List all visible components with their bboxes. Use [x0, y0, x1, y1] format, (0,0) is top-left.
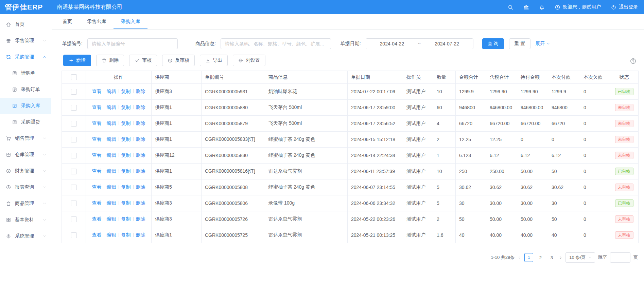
row-action-编辑[interactable]: 编辑 [107, 216, 116, 222]
row-action-编辑[interactable]: 编辑 [107, 136, 116, 142]
audit-button[interactable]: 审核 [129, 55, 157, 66]
row-action-编辑[interactable]: 编辑 [107, 120, 116, 126]
sidebar-item-warehouse[interactable]: 仓库管理 [0, 147, 51, 163]
product-info-input[interactable] [221, 38, 331, 49]
row-action-查看[interactable]: 查看 [92, 120, 102, 126]
row-action-删除[interactable]: 删除 [136, 216, 145, 222]
check-icon [135, 58, 140, 63]
sidebar-item-basic-data[interactable]: 基本资料 [0, 212, 51, 228]
tab-purchase-inbound[interactable]: 采购入库 [114, 14, 147, 29]
bell-icon[interactable] [539, 4, 545, 10]
sidebar-item-sales[interactable]: 销售管理 [0, 130, 51, 147]
row-action-编辑[interactable]: 编辑 [107, 168, 116, 174]
order-no-input[interactable] [87, 38, 178, 49]
select-all-checkbox[interactable] [71, 74, 77, 80]
user-menu[interactable]: 欢迎您，测试用户 [555, 4, 601, 10]
row-action-复制[interactable]: 复制 [121, 200, 131, 206]
row-action-复制[interactable]: 复制 [121, 104, 131, 110]
row-checkbox[interactable] [71, 232, 77, 238]
page-number-2[interactable]: 2 [536, 255, 544, 260]
row-checkbox[interactable] [71, 105, 77, 111]
date-range-picker[interactable]: 2024-04-22 ~ 2024-07-22 [366, 38, 473, 49]
logout-button[interactable]: 退出登录 [611, 4, 638, 10]
add-button[interactable]: 新增 [63, 55, 91, 66]
row-checkbox[interactable] [71, 169, 77, 174]
row-action-查看[interactable]: 查看 [92, 136, 102, 142]
page-size-select[interactable]: 10 条/页 [565, 252, 595, 263]
sidebar-item-purchase-order[interactable]: 采购订单 [0, 81, 51, 98]
prev-page-button[interactable] [518, 256, 521, 260]
row-action-查看[interactable]: 查看 [92, 232, 102, 237]
sidebar-item-home[interactable]: 首页 [0, 16, 51, 33]
column-settings-button[interactable]: 列设置 [233, 55, 265, 66]
row-action-编辑[interactable]: 编辑 [107, 200, 116, 206]
row-checkbox[interactable] [71, 89, 77, 95]
row-action-编辑[interactable]: 编辑 [107, 152, 116, 158]
row-action-删除[interactable]: 删除 [136, 232, 145, 237]
row-checkbox[interactable] [71, 153, 77, 158]
sidebar-item-purchase-inbound[interactable]: 采购入库 [0, 98, 51, 114]
tab-retail-outbound[interactable]: 零售出库 [80, 14, 114, 29]
row-action-删除[interactable]: 删除 [136, 120, 145, 126]
row-action-查看[interactable]: 查看 [92, 152, 102, 158]
row-checkbox[interactable] [71, 137, 77, 142]
row-action-复制[interactable]: 复制 [121, 136, 131, 142]
row-action-复制[interactable]: 复制 [121, 184, 131, 190]
search-button[interactable]: 查 询 [482, 38, 504, 49]
date-to[interactable]: 2024-07-22 [421, 41, 473, 46]
row-action-查看[interactable]: 查看 [92, 184, 102, 190]
row-action-编辑[interactable]: 编辑 [107, 232, 116, 237]
cell-paid: 946800 [548, 100, 580, 116]
date-from[interactable]: 2024-04-22 [366, 41, 418, 46]
row-action-删除[interactable]: 删除 [136, 184, 145, 190]
sidebar-item-products[interactable]: 商品管理 [0, 195, 51, 212]
reset-button[interactable]: 重 置 [509, 38, 531, 49]
row-action-删除[interactable]: 删除 [136, 152, 145, 158]
row-action-删除[interactable]: 删除 [136, 168, 145, 174]
row-action-查看[interactable]: 查看 [92, 168, 102, 174]
sidebar-item-purchase-request[interactable]: 请购单 [0, 65, 51, 81]
cell-status: 未审核 [610, 179, 639, 195]
search-icon[interactable] [508, 4, 514, 10]
row-action-编辑[interactable]: 编辑 [107, 104, 116, 110]
jump-page-input[interactable] [610, 252, 630, 263]
row-action-查看[interactable]: 查看 [92, 216, 102, 222]
row-action-复制[interactable]: 复制 [121, 216, 131, 222]
row-action-删除[interactable]: 删除 [136, 104, 145, 110]
unaudit-button[interactable]: 反审核 [162, 55, 195, 66]
row-action-删除[interactable]: 删除 [136, 136, 145, 142]
row-action-删除[interactable]: 删除 [136, 89, 145, 94]
row-action-复制[interactable]: 复制 [121, 89, 131, 94]
row-action-删除[interactable]: 删除 [136, 200, 145, 206]
expand-link[interactable]: 展开 [535, 41, 550, 47]
sidebar-item-purchase-return[interactable]: 采购退货 [0, 114, 51, 130]
sidebar-item-reports[interactable]: 报表查询 [0, 179, 51, 195]
pagination-pages: 123 [524, 253, 556, 262]
page-number-1[interactable]: 1 [524, 253, 533, 262]
next-page-button[interactable] [559, 256, 562, 260]
delete-button[interactable]: 删除 [96, 55, 124, 66]
sidebar-item-purchase[interactable]: 采购管理 [0, 49, 51, 65]
row-checkbox[interactable] [71, 185, 77, 190]
sidebar-item-retail[interactable]: 零售管理 [0, 33, 51, 49]
row-action-查看[interactable]: 查看 [92, 89, 102, 94]
cell-tax_total: 30.62 [486, 179, 517, 195]
row-action-复制[interactable]: 复制 [121, 120, 131, 126]
row-action-查看[interactable]: 查看 [92, 200, 102, 206]
row-action-复制[interactable]: 复制 [121, 232, 131, 237]
help-icon[interactable] [630, 58, 637, 64]
tab-home[interactable]: 首页 [55, 14, 80, 29]
row-checkbox[interactable] [71, 201, 77, 206]
sidebar-item-system[interactable]: 系统管理 [0, 228, 51, 244]
row-action-复制[interactable]: 复制 [121, 168, 131, 174]
row-action-复制[interactable]: 复制 [121, 152, 131, 158]
page-number-3[interactable]: 3 [547, 255, 556, 260]
row-action-编辑[interactable]: 编辑 [107, 89, 116, 94]
row-checkbox[interactable] [71, 121, 77, 127]
row-checkbox[interactable] [71, 216, 77, 222]
sidebar-item-finance[interactable]: ¥财务管理 [0, 163, 51, 179]
bank-icon[interactable] [523, 4, 529, 10]
export-button[interactable]: 导出 [200, 55, 228, 66]
row-action-编辑[interactable]: 编辑 [107, 184, 116, 190]
row-action-查看[interactable]: 查看 [92, 104, 102, 110]
